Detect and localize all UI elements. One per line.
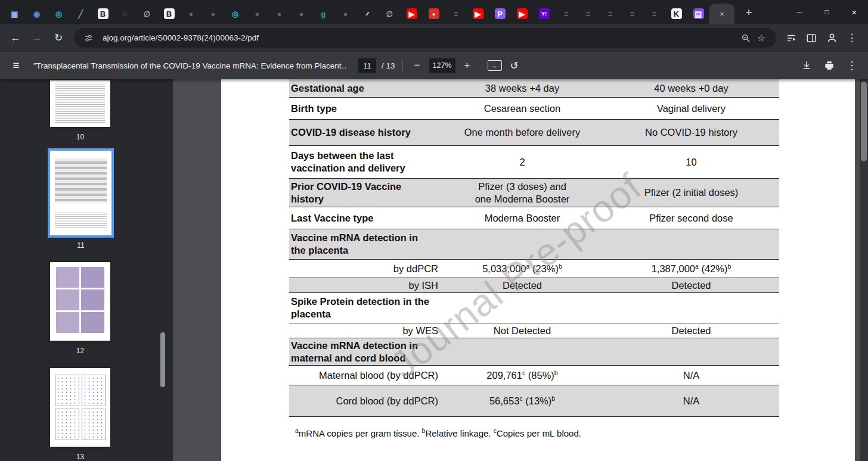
zoom-out-icon[interactable]: − — [410, 58, 424, 73]
download-icon[interactable] — [800, 59, 813, 72]
row-label: Birth type — [289, 98, 441, 119]
page-thumbnail[interactable]: 13 — [50, 368, 110, 447]
row-value: 5,033,000a (23%)b — [441, 260, 603, 278]
profile-icon[interactable] — [822, 29, 842, 48]
cell-text: Prior COVID-19 Vaccine history — [291, 180, 435, 205]
reader-icon: ≡ — [451, 8, 461, 19]
row-value: Pfizer (2 initial doses) — [603, 179, 779, 207]
browser-tab[interactable]: ≡ — [643, 4, 665, 24]
address-bar[interactable]: ajog.org/article/S0002-9378(24)00063-2/p… — [74, 28, 776, 48]
browser-tab[interactable]: ◎ — [224, 4, 246, 24]
page-scrollbar[interactable] — [860, 79, 868, 461]
browser-tab[interactable]: ≡ — [445, 4, 467, 24]
browser-tab[interactable]: ● — [334, 4, 356, 24]
forward-icon[interactable]: → — [27, 29, 46, 48]
browser-tab[interactable]: ≡ — [577, 4, 599, 24]
row-value: Pfizer (3 doses) andone Moderna Booster — [441, 179, 603, 207]
print-icon[interactable] — [823, 59, 836, 72]
zoom-level-input[interactable]: 127% — [429, 58, 455, 73]
cell-text: 40 weeks +0 day — [654, 82, 728, 95]
table-row: Maternal blood (by ddPCR)209,761c (85%)b… — [289, 366, 779, 385]
browser-tab[interactable]: ▣ — [4, 4, 26, 24]
side-panel-icon[interactable] — [801, 29, 822, 48]
browser-tab[interactable]: ◉ — [26, 4, 48, 24]
book-icon: B — [98, 8, 108, 19]
browser-tab[interactable]: ▶ — [511, 4, 533, 24]
page-thumbnail[interactable]: 12 — [50, 262, 110, 341]
browser-tab[interactable]: ○ — [114, 4, 136, 24]
cell-text: Cord blood (by ddPCR) — [336, 395, 439, 407]
scrollbar-thumb[interactable] — [861, 82, 867, 161]
cell-text: No COVID-19 history — [645, 126, 737, 139]
maximize-icon[interactable]: □ — [813, 0, 841, 24]
thumbnail-preview — [50, 80, 110, 127]
browser-tab[interactable]: ● — [202, 4, 224, 24]
browser-tab[interactable]: K — [665, 4, 687, 24]
new-tab-button[interactable]: + — [740, 4, 757, 21]
bookmark-star-icon[interactable]: ☆ — [754, 30, 769, 46]
plot-block — [82, 409, 106, 440]
cell-text: 10 — [686, 156, 696, 169]
browser-tab[interactable]: ╱ — [70, 4, 92, 24]
browser-tab[interactable]: g — [312, 4, 334, 24]
minimize-icon[interactable]: ─ — [786, 0, 813, 24]
row-value: 10 — [603, 146, 779, 178]
row-value: Detected — [603, 278, 779, 292]
media-controls-icon[interactable] — [781, 29, 801, 48]
browser-tab[interactable]: B — [158, 4, 180, 24]
back-icon[interactable]: ← — [6, 29, 25, 48]
browser-tab[interactable]: ◎ — [48, 4, 70, 24]
page-number-input[interactable]: 11 — [358, 58, 376, 73]
browser-tab[interactable]: ∅ — [379, 4, 401, 24]
browser-tab[interactable]: ≡ — [621, 4, 643, 24]
thumbnail-scrollbar[interactable] — [160, 332, 165, 387]
page-thumbnail[interactable]: 10 — [50, 80, 110, 127]
browser-tab[interactable]: ● — [268, 4, 290, 24]
browser-tab[interactable]: ⁄⁄ — [356, 4, 379, 24]
browser-menu-icon[interactable]: ⋮ — [842, 29, 862, 48]
pdf-more-options-icon[interactable]: ⋮ — [845, 59, 858, 72]
browser-tab[interactable]: ≡ — [555, 4, 577, 24]
page-thumbnail[interactable]: 11 — [50, 151, 111, 235]
site-settings-icon[interactable] — [81, 30, 97, 46]
close-icon[interactable]: × — [841, 0, 868, 24]
thumbnail-page-number: 12 — [50, 347, 110, 355]
row-label: Days between the last vaccination and de… — [289, 146, 441, 178]
active-tab[interactable]: × — [709, 4, 734, 24]
url-text[interactable]: ajog.org/article/S0002-9378(24)00063-2/p… — [103, 33, 738, 42]
row-value: Not Detected — [441, 323, 603, 338]
zoom-indicator-icon[interactable] — [738, 30, 754, 46]
zoom-in-icon[interactable]: + — [460, 58, 475, 73]
browser-tab[interactable]: ● — [290, 4, 312, 24]
pdf-toolbar: ≡ "Transplacental Transmission of the CO… — [0, 52, 868, 79]
browser-tab[interactable]: ● — [246, 4, 268, 24]
browser-tab[interactable]: Y! — [533, 4, 555, 24]
fit-page-icon[interactable]: ↔ — [488, 60, 502, 71]
browser-tab[interactable]: ▶ — [467, 4, 489, 24]
thumbnail-figures-grid — [56, 267, 104, 333]
reload-icon[interactable]: ↻ — [49, 29, 68, 48]
rotate-icon[interactable]: ↺ — [510, 60, 519, 72]
browser-tab[interactable]: ● — [180, 4, 202, 24]
thumbnail-panel: 10111213 — [0, 79, 173, 461]
thumbnail-preview — [50, 151, 111, 235]
row-value: 38 weeks +4 day — [441, 79, 603, 97]
browser-tab[interactable]: ▤ — [687, 4, 709, 24]
cell-text: 209,761c (85%)b — [486, 369, 557, 382]
row-label: by WES — [289, 323, 441, 338]
blocked-icon: ∅ — [385, 8, 395, 19]
browser-tab[interactable]: ▶ — [401, 4, 423, 24]
browser-tab[interactable]: P — [489, 4, 511, 24]
browser-tab[interactable]: ∅ — [136, 4, 158, 24]
table-row: Last Vaccine typeModerna BoosterPfizer s… — [289, 207, 779, 229]
patreon-icon: P — [495, 8, 506, 19]
row-value: Moderna Booster — [441, 207, 603, 229]
reader-icon: ≡ — [583, 8, 594, 19]
cell-text: Maternal blood (by ddPCR) — [319, 369, 438, 382]
pdf-menu-icon[interactable]: ≡ — [10, 59, 23, 72]
browser-tab[interactable]: B — [92, 4, 114, 24]
table-row: Cord blood (by ddPCR)56,653c (13%)bN/A — [289, 385, 779, 417]
browser-tab[interactable]: ≡ — [599, 4, 621, 24]
tab-close-icon[interactable]: × — [720, 10, 724, 18]
browser-tab[interactable]: • — [423, 4, 445, 24]
